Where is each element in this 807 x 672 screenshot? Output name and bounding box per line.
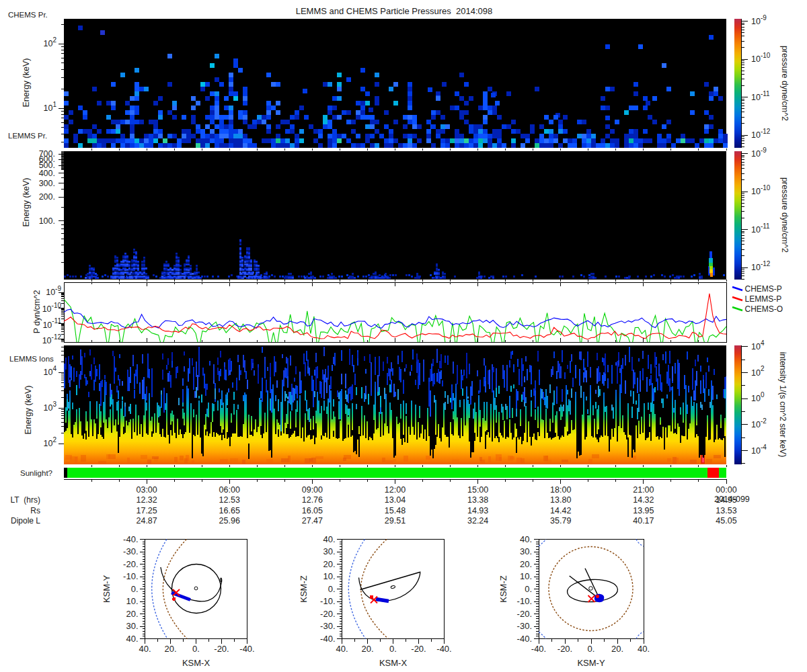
svg-text:-40.: -40.: [517, 634, 532, 644]
svg-text:12.76: 12.76: [302, 495, 323, 505]
svg-text:2014-099: 2014-099: [714, 495, 750, 504]
svg-text:pressure dyne/cm^2: pressure dyne/cm^2: [780, 46, 790, 121]
svg-text:40.17: 40.17: [633, 516, 654, 526]
svg-text:40.: 40.: [520, 534, 532, 544]
svg-text:14.93: 14.93: [467, 506, 488, 515]
svg-text:20.: 20.: [126, 609, 138, 619]
svg-text:Energy (keV): Energy (keV): [22, 178, 31, 227]
svg-text:-10.: -10.: [123, 571, 138, 581]
svg-text:0.: 0.: [389, 644, 397, 654]
svg-text:-20.: -20.: [517, 609, 532, 619]
svg-text:16.05: 16.05: [302, 506, 323, 515]
svg-text:0.: 0.: [525, 584, 532, 594]
svg-text:14.32: 14.32: [633, 495, 654, 505]
svg-text:-20.: -20.: [411, 644, 426, 654]
svg-text:Dipole L: Dipole L: [11, 516, 40, 526]
svg-text:09:00: 09:00: [302, 485, 323, 495]
svg-text:LEMMS and CHEMS Particle Press: LEMMS and CHEMS Particle Pressures 2014:…: [296, 6, 493, 16]
svg-text:12:00: 12:00: [385, 485, 406, 495]
svg-text:KSM-Y: KSM-Y: [577, 658, 605, 668]
svg-text:27.47: 27.47: [302, 516, 323, 526]
svg-text:13.38: 13.38: [467, 495, 488, 505]
svg-text:-40.: -40.: [239, 644, 254, 654]
svg-text:40.: 40.: [323, 534, 335, 544]
svg-text:20.: 20.: [611, 644, 623, 654]
svg-text:-20.: -20.: [214, 644, 229, 654]
svg-text:-40.: -40.: [320, 634, 335, 644]
svg-text:18:00: 18:00: [550, 485, 571, 495]
svg-text:03:00: 03:00: [136, 485, 157, 495]
svg-text:300.: 300.: [39, 179, 55, 188]
svg-text:30.: 30.: [323, 546, 335, 556]
svg-text:13.53: 13.53: [716, 506, 736, 515]
svg-text:35.79: 35.79: [550, 516, 571, 526]
svg-text:-20.: -20.: [320, 609, 335, 619]
svg-text:-10.: -10.: [320, 596, 335, 606]
svg-text:17.25: 17.25: [136, 506, 157, 515]
svg-text:CHEMS Pr.: CHEMS Pr.: [8, 11, 48, 19]
svg-text:Rs: Rs: [30, 506, 40, 515]
svg-text:16.65: 16.65: [219, 506, 240, 515]
svg-text:30.: 30.: [520, 546, 532, 556]
svg-text:-20.: -20.: [558, 644, 572, 654]
svg-text:40.: 40.: [126, 634, 138, 644]
svg-text:CHEMS-P: CHEMS-P: [745, 284, 782, 294]
svg-text:20.: 20.: [323, 559, 335, 569]
svg-text:45.05: 45.05: [716, 516, 736, 526]
svg-text:14.42: 14.42: [550, 506, 571, 515]
svg-text:0.: 0.: [328, 584, 336, 594]
svg-text:pressure dyne/cm^2: pressure dyne/cm^2: [780, 177, 790, 253]
svg-text:30.: 30.: [126, 621, 138, 631]
svg-text:32.24: 32.24: [467, 516, 488, 526]
svg-text:0.: 0.: [131, 584, 139, 594]
svg-text:13.80: 13.80: [550, 495, 571, 505]
svg-text:LT (hrs): LT (hrs): [11, 495, 40, 505]
svg-text:-10.: -10.: [517, 596, 532, 606]
svg-text:40.: 40.: [336, 644, 348, 654]
svg-text:Energy (keV): Energy (keV): [22, 58, 31, 108]
svg-text:0.: 0.: [588, 644, 595, 654]
svg-text:20.: 20.: [520, 559, 532, 569]
svg-text:40.: 40.: [638, 644, 650, 654]
svg-text:06:00: 06:00: [219, 485, 240, 495]
svg-text:10.: 10.: [126, 596, 138, 606]
svg-text:Energy (keV): Energy (keV): [24, 386, 33, 435]
svg-text:00:00: 00:00: [716, 485, 736, 495]
svg-text:-30.: -30.: [123, 546, 138, 556]
svg-text:-20.: -20.: [123, 559, 138, 569]
svg-text:20.: 20.: [361, 644, 373, 654]
svg-text:10.: 10.: [520, 571, 532, 581]
svg-text:intensity 1/(s cm^2 ster keV): intensity 1/(s cm^2 ster keV): [778, 352, 787, 458]
svg-text:15:00: 15:00: [467, 485, 488, 495]
svg-text:LEMMS Ions: LEMMS Ions: [9, 355, 54, 363]
svg-text:29.51: 29.51: [385, 516, 406, 526]
svg-text:25.96: 25.96: [219, 516, 240, 526]
svg-text:0.: 0.: [192, 644, 200, 654]
svg-text:40.: 40.: [139, 644, 151, 654]
svg-text:LEMMS-P: LEMMS-P: [745, 294, 782, 304]
svg-text:-30.: -30.: [320, 621, 335, 631]
svg-text:21:00: 21:00: [633, 485, 654, 495]
svg-text:-40.: -40.: [123, 534, 138, 544]
svg-text:12.53: 12.53: [219, 495, 240, 505]
svg-text:Sunlight?: Sunlight?: [20, 469, 52, 477]
svg-text:12.32: 12.32: [136, 495, 157, 505]
svg-text:-30.: -30.: [517, 621, 532, 631]
svg-text:-40.: -40.: [531, 644, 546, 654]
svg-text:15.48: 15.48: [385, 506, 406, 515]
svg-text:P dyn/cm^2: P dyn/cm^2: [32, 290, 42, 334]
svg-text:100.: 100.: [39, 216, 55, 226]
svg-text:13.95: 13.95: [633, 506, 654, 515]
svg-text:KSM-X: KSM-X: [182, 658, 210, 668]
svg-text:200.: 200.: [39, 192, 55, 202]
svg-text:KSM-Y: KSM-Y: [102, 575, 112, 603]
svg-text:400.: 400.: [39, 169, 55, 178]
svg-text:10.: 10.: [323, 571, 335, 581]
svg-text:CHEMS-O: CHEMS-O: [745, 304, 783, 314]
svg-text:KSM-X: KSM-X: [379, 658, 408, 668]
svg-text:-40.: -40.: [436, 644, 451, 654]
svg-text:KSM-Z: KSM-Z: [498, 575, 508, 603]
svg-text:13.04: 13.04: [385, 495, 406, 505]
svg-text:KSM-Z: KSM-Z: [299, 575, 309, 603]
svg-text:24.87: 24.87: [136, 516, 157, 526]
